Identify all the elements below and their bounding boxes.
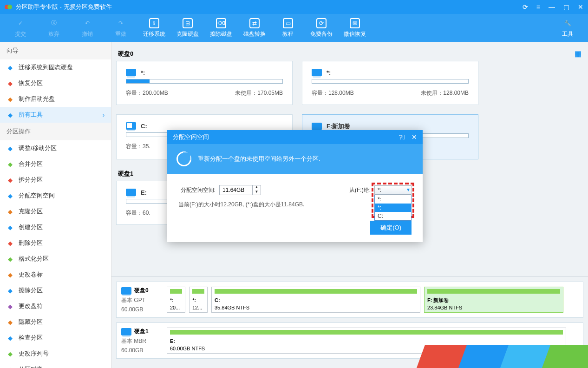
- sidebar-icon: ◆: [7, 111, 14, 118]
- toolbar-icon: ↶: [82, 18, 92, 28]
- toolbar-免费备份[interactable]: ⟳免费备份: [305, 16, 338, 40]
- refresh-icon[interactable]: ⟳: [523, 3, 528, 11]
- disk-icon: [121, 328, 131, 335]
- track-segment-*:[interactable]: *:12...: [189, 287, 208, 313]
- sidebar-icon: ◆: [7, 145, 14, 152]
- ok-button[interactable]: 确定(O): [370, 221, 412, 235]
- toolbar-磁盘转换[interactable]: ⇄磁盘转换: [238, 16, 271, 40]
- allocate-size-input[interactable]: ▲▼: [219, 185, 261, 195]
- sidebar-icon: ◆: [7, 287, 14, 294]
- option-*:[interactable]: *:: [375, 195, 411, 204]
- toolbar-icon: ✓: [15, 18, 26, 28]
- pie-chart-icon: [176, 151, 191, 166]
- titlebar: 分区助手专业版 - 无损分区免费软件 ⟳ ≡ — ▢ ✕: [0, 0, 588, 14]
- toolbar-tools[interactable]: 🔧工具: [551, 16, 584, 40]
- toolbar: ✓提交ⓧ放弃↶撤销↷重做⇪迁移系统⊟克隆硬盘⌫擦除磁盘⇄磁盘转换▭教程⟳免费备份…: [0, 14, 588, 42]
- close-icon[interactable]: ✕: [578, 3, 583, 11]
- chevron-right-icon: ›: [103, 112, 105, 118]
- toolbar-迁移系统[interactable]: ⇪迁移系统: [137, 16, 171, 40]
- sidebar-icon: ◆: [7, 302, 14, 310]
- sidebar-item-擦除分区[interactable]: ◆擦除分区: [0, 283, 111, 298]
- maximize-icon[interactable]: ▢: [563, 3, 569, 11]
- disk-icon: [126, 69, 136, 76]
- sidebar-icon: ◆: [7, 350, 14, 357]
- sidebar-icon: ◆: [7, 95, 14, 103]
- menu-icon[interactable]: ≡: [536, 3, 540, 11]
- sidebar-icon: ◆: [7, 208, 14, 215]
- target-partition-label: 从(F:)给:: [333, 186, 371, 194]
- minimize-icon[interactable]: —: [549, 3, 555, 11]
- option-*:[interactable]: *:: [375, 204, 411, 212]
- toolbar-icon: ⇪: [149, 18, 159, 28]
- sidebar-item-更改序列号[interactable]: ◆更改序列号: [0, 346, 111, 361]
- usage-bar: [126, 79, 283, 84]
- sidebar-group-partition-ops: 分区操作: [0, 123, 111, 140]
- dialog-banner: 重新分配一个盘的未使用空间给另外一个分区.: [167, 144, 423, 174]
- sidebar-item-分区对齐[interactable]: ◆分区对齐: [0, 361, 111, 368]
- view-mode-icon[interactable]: ▦: [575, 49, 581, 58]
- track-segment-F: 新加卷[interactable]: F: 新加卷23.84GB NTFS: [424, 287, 563, 313]
- sidebar-item-格式化分区[interactable]: ◆格式化分区: [0, 251, 111, 267]
- toolbar-icon: ⓧ: [49, 18, 59, 28]
- sidebar-item-删除分区[interactable]: ◆删除分区: [0, 235, 111, 251]
- sidebar-icon: ◆: [7, 160, 14, 168]
- toolbar-重做: ↷重做: [104, 16, 137, 40]
- toolbar-克隆硬盘[interactable]: ⊟克隆硬盘: [171, 16, 204, 40]
- sidebar-icon: ◆: [7, 271, 14, 278]
- sidebar-icon: ◆: [7, 223, 14, 231]
- toolbar-微信恢复[interactable]: ✉微信恢复: [338, 16, 372, 40]
- toolbar-提交: ✓提交: [4, 16, 37, 40]
- toolbar-擦除磁盘[interactable]: ⌫擦除磁盘: [204, 16, 238, 40]
- dialog-close-icon[interactable]: ✕: [412, 133, 417, 141]
- toolbar-icon: ↷: [116, 18, 126, 28]
- disk-icon: [126, 122, 136, 130]
- sidebar-icon: ◆: [7, 366, 14, 368]
- dialog-title: 分配空闲空间: [173, 133, 209, 141]
- usage-bar: [312, 79, 469, 84]
- track-segment-*:[interactable]: *:20...: [167, 287, 185, 313]
- toolbar-icon: ✉: [350, 18, 360, 28]
- sidebar-icon: ◆: [7, 192, 14, 199]
- corner-decoration: [421, 345, 588, 368]
- disk-icon: [121, 287, 131, 295]
- toolbar-教程[interactable]: ▭教程: [271, 16, 305, 40]
- toolbar-icon: ⊟: [183, 18, 193, 28]
- sidebar-item-所有工具[interactable]: ◆所有工具›: [0, 107, 111, 123]
- sidebar-item-合并分区[interactable]: ◆合并分区: [0, 156, 111, 172]
- sidebar-icon: ◆: [7, 176, 14, 184]
- sidebar-item-迁移系统到固态硬盘[interactable]: ◆迁移系统到固态硬盘: [0, 59, 111, 75]
- sidebar-item-检查分区[interactable]: ◆检查分区: [0, 330, 111, 346]
- sidebar-item-隐藏分区[interactable]: ◆隐藏分区: [0, 314, 111, 330]
- allocate-free-space-dialog: 分配空闲空间 ?⃝ ✕ 重新分配一个盘的未使用空间给另外一个分区. 分配空闲空间…: [167, 130, 423, 242]
- option-C:[interactable]: C:: [375, 212, 411, 220]
- spin-down-icon[interactable]: ▼: [253, 190, 261, 195]
- dialog-help-icon[interactable]: ?⃝: [399, 133, 405, 141]
- toolbar-icon: ⌫: [216, 18, 226, 28]
- sidebar-icon: ◆: [7, 318, 14, 326]
- sidebar-item-拆分分区[interactable]: ◆拆分分区: [0, 172, 111, 188]
- sidebar-item-更改盘符[interactable]: ◆更改盘符: [0, 298, 111, 314]
- sidebar-item-克隆分区[interactable]: ◆克隆分区: [0, 204, 111, 219]
- disk0-header: 硬盘0 ▦: [116, 46, 583, 61]
- sidebar-icon: ◆: [7, 79, 14, 87]
- sidebar-item-创建分区[interactable]: ◆创建分区: [0, 219, 111, 235]
- sidebar-icon: ◆: [7, 64, 14, 71]
- target-partition-select[interactable]: *: *:*:C:: [374, 185, 412, 195]
- disk-track-硬盘0: 硬盘0基本 GPT60.00GB*:20...*:12...C:35.84GB …: [116, 282, 583, 318]
- sidebar-item-恢复分区[interactable]: ◆恢复分区: [0, 75, 111, 91]
- allocate-size-label: 分配空闲空间:: [178, 186, 216, 194]
- sidebar-group-wizard: 向导: [0, 42, 111, 59]
- partition-card-*:[interactable]: *:容量：200.00MB未使用：170.05MB: [116, 61, 293, 105]
- sidebar-item-更改卷标[interactable]: ◆更改卷标: [0, 267, 111, 283]
- sidebar-icon: ◆: [7, 334, 14, 342]
- toolbar-icon: ⟳: [316, 18, 327, 28]
- sidebar-item-制作启动光盘[interactable]: ◆制作启动光盘: [0, 91, 111, 107]
- svg-point-1: [7, 5, 12, 9]
- sidebar-item-分配空闲空间[interactable]: ◆分配空闲空间: [0, 188, 111, 204]
- toolbar-放弃: ⓧ放弃: [37, 16, 71, 40]
- partition-card-*:[interactable]: *:容量：128.00MB未使用：128.00MB: [302, 61, 478, 105]
- disk-icon: [312, 123, 322, 130]
- track-segment-C:[interactable]: C:35.84GB NTFS: [211, 287, 420, 313]
- sidebar-item-调整/移动分区[interactable]: ◆调整/移动分区: [0, 140, 111, 156]
- toolbar-icon: ▭: [283, 18, 293, 28]
